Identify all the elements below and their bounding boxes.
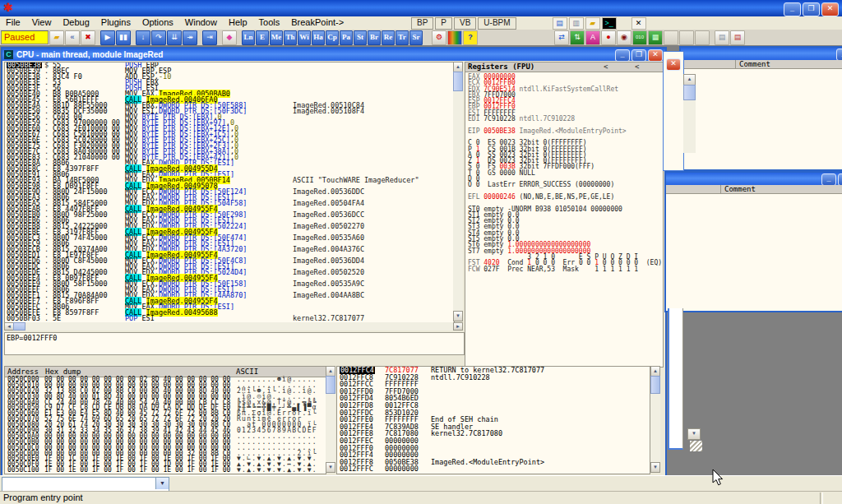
menu-button-p[interactable]: P [435, 17, 452, 30]
menu-item-options[interactable]: Options [136, 16, 179, 28]
stack-row[interactable]: 0012FFC47C817077RETURN to kernel32.7C817… [337, 367, 650, 374]
stack-row[interactable]: 0012FFD07FFD7000 [337, 388, 650, 395]
command-combobox[interactable]: ▼ [2, 477, 169, 492]
stack-row[interactable]: 0012FFCCFFFFFFFF [337, 381, 650, 388]
pane-prev-icon[interactable]: < [604, 62, 608, 72]
column-header-blank[interactable] [666, 185, 721, 194]
stack-row[interactable]: 0012FFE87C817080kernel32.7C817080 [337, 430, 650, 437]
side-window-bottom-titlebar[interactable]: _ ❐ ✕ [666, 173, 842, 185]
pane-button-pa[interactable]: Pa [340, 30, 353, 45]
register-line[interactable]: EIP 0050BE38 ImageRed.<ModuleEntryPoint> [468, 128, 663, 134]
register-line[interactable]: EFL 00000246 (NO,NB,E,BE,NS,PE,GE,LE) [468, 194, 663, 200]
column-header-comment[interactable]: Comment [736, 60, 842, 69]
side-window-top-titlebar[interactable]: _ ❐ ✕ [681, 48, 842, 60]
animate-into-icon[interactable]: ⇊ [167, 30, 182, 45]
help-icon[interactable]: ? [463, 30, 478, 45]
stack-row[interactable]: 0012FFFC00000000 [337, 465, 650, 473]
stack-row[interactable]: 0012FFD48054B6ED [337, 395, 650, 402]
side-window-bottom[interactable]: _ ❐ ✕ Comment ▲ ▼ [664, 171, 842, 312]
window-grid-icon[interactable]: ▦ [648, 30, 663, 45]
scroll-thumb[interactable] [326, 376, 335, 394]
pane-button-ln[interactable]: Ln [242, 30, 255, 45]
disassembly-pane[interactable]: 0050BE38$55PUSH EBP0050BE39.8BECMOV EBP,… [4, 62, 455, 323]
menu-item-view[interactable]: View [26, 16, 58, 28]
menu-item-window[interactable]: Window [179, 16, 223, 28]
cpu-minimize-button[interactable]: _ [615, 49, 630, 62]
pane-button-e[interactable]: E [256, 30, 269, 45]
main-titlebar[interactable]: ✱ _ ❐ ✕ [0, 0, 842, 16]
register-line[interactable]: O 0 LastErr ERROR_SUCCESS (00000000) [468, 182, 663, 187]
till-return-icon[interactable]: ⇥ [202, 30, 217, 45]
disasm-row[interactable]: 0050BE3E.53PUSH EBX [5, 80, 454, 86]
report-icon[interactable]: ▤ [715, 30, 729, 45]
register-line[interactable]: T 0 GS 0000 NULL [468, 170, 663, 176]
maximize-button[interactable]: ❐ [838, 173, 842, 186]
column-header-comment[interactable]: Comment [721, 185, 842, 194]
minimize-button[interactable]: _ [784, 2, 801, 16]
menu-item-breakpoint[interactable]: BreakPoint-> [285, 16, 349, 28]
step-into-icon[interactable]: ↓ [136, 30, 150, 45]
menu-button-bp[interactable]: BP [411, 17, 433, 30]
stack-row[interactable]: 0012FFF000000000 [337, 445, 650, 452]
dump-vscrollbar[interactable]: ▲ ▼ [326, 366, 335, 473]
pane-button-re[interactable]: Re [382, 30, 395, 45]
scroll-thumb[interactable] [453, 72, 463, 91]
record-icon[interactable]: ● [601, 30, 616, 45]
restore-button[interactable]: ❐ [803, 2, 820, 16]
menu-item-debug[interactable]: Debug [57, 16, 95, 28]
restart-icon[interactable]: « [65, 30, 80, 45]
notes-icon[interactable]: ▤ [553, 17, 567, 30]
pane-button-tr[interactable]: Tr [396, 30, 409, 45]
minimize-button[interactable]: _ [821, 173, 836, 186]
menu-item-file[interactable]: File [0, 16, 26, 28]
cpu-restore-button[interactable]: ❐ [632, 49, 646, 62]
stack-row[interactable]: 0012FFE0FFFFFFFFEnd of SEH chain [337, 416, 650, 423]
appearance-icon[interactable] [447, 30, 462, 45]
cpu-window[interactable]: C CPU - main thread, module ImageRed _ ❐… [1, 47, 667, 477]
registers-pane[interactable]: Registers (FPU) < < EAX 00000000ECX 0012… [465, 62, 664, 368]
scroll-thumb[interactable] [650, 376, 660, 394]
open-file-icon[interactable]: ▰ [49, 30, 64, 45]
close-button[interactable]: ✕ [821, 2, 839, 16]
menu-item-help[interactable]: Help [223, 16, 253, 28]
menu-item-tools[interactable]: Tools [253, 16, 286, 28]
dump-row[interactable]: 0050C1001F 00 1E 00 1F 00 1F 00 1F 00 1E… [5, 468, 326, 474]
register-line[interactable]: EDI 7C910228 ntdll.7C910228 [468, 116, 663, 122]
scroll-up-icon[interactable]: ▲ [683, 74, 696, 86]
scroll-thumb[interactable] [13, 322, 25, 331]
stack-row[interactable]: 0012FFF80050BE38ImageRed.<ModuleEntryPoi… [337, 459, 650, 466]
pane-button-sr[interactable]: Sr [409, 30, 423, 45]
spiral-icon[interactable]: ◉ [617, 30, 632, 45]
step-over-icon[interactable]: ↷ [151, 30, 166, 45]
menu-button-u-bpm[interactable]: U-BPM [478, 17, 516, 30]
dump-pane[interactable]: Address Hex dump ASCII 0050C00000 00 00 … [4, 366, 326, 474]
animate-over-icon[interactable]: ↠ [183, 30, 197, 45]
pane-button-ha[interactable]: Ha [312, 30, 325, 45]
stack-row[interactable]: 0012FFC87C910228ntdll.7C910228 [337, 374, 650, 381]
resize-grip[interactable] [690, 441, 702, 451]
chevron-down-icon[interactable]: ▼ [155, 478, 169, 489]
side-window-top[interactable]: _ ❐ ✕ Comment ▲ ▼ [679, 46, 842, 171]
pane-button-th[interactable]: Th [284, 30, 297, 45]
menu-button-vb[interactable]: VB [454, 17, 476, 30]
log-icon[interactable]: ▤ [730, 30, 745, 45]
scroll-down-icon[interactable]: ▼ [326, 462, 335, 473]
stack-row[interactable]: 0012FFEC00000000 [337, 437, 650, 445]
close-process-icon[interactable]: ✖ [81, 30, 95, 45]
disasm-row[interactable]: 0050BE38$55PUSH EBP [5, 62, 454, 68]
pane-button-wi[interactable]: Wi [298, 30, 311, 45]
hidden-window-fragment-top[interactable]: ✕ ▲ [663, 51, 697, 169]
stack-pane[interactable]: 0012FFC47C817077RETURN to kernel32.7C817… [336, 366, 650, 474]
pane-button-me[interactable]: Me [270, 30, 283, 45]
goto-icon[interactable]: ◆ [222, 30, 237, 45]
pane-button-st[interactable]: St [354, 30, 367, 45]
scroll-down-icon[interactable]: ▼ [453, 311, 463, 321]
close-button[interactable]: ✕ [666, 58, 681, 71]
scroll-thumb[interactable] [683, 85, 696, 100]
pause-icon[interactable]: ▮▮ [116, 30, 131, 45]
run-icon[interactable]: ▶ [100, 30, 115, 45]
stack-vscrollbar[interactable]: ▲ ▼ [650, 366, 660, 473]
cpu-close-button[interactable]: ✕ [648, 49, 663, 62]
disasm-hscrollbar[interactable]: ◄ ► [4, 322, 463, 331]
minimize-button[interactable]: _ [836, 49, 842, 61]
